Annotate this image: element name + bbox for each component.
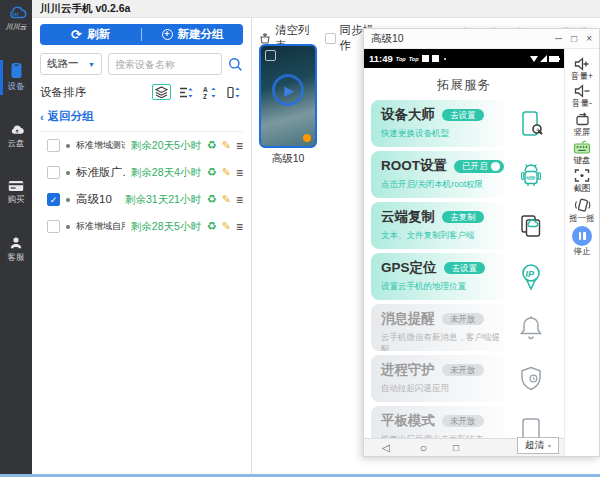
toggle-knob [491,162,500,171]
more-menu-icon[interactable]: ≡ [236,139,243,153]
nav-home-icon[interactable]: ○ [420,441,427,455]
go-settings-button[interactable]: 去设置 [444,262,486,275]
sync-checkbox[interactable] [325,33,336,44]
root-toggle[interactable]: 已开启 [454,160,504,173]
service-desc: 点击开启/关闭本机root权限 [381,179,505,191]
nav-recents-icon[interactable]: □ [453,442,459,453]
refresh-button[interactable]: ⟳ 刷新 [40,27,141,42]
device-panel: ⟳ 刷新 + 新建分组 线路一 ▼ 设备排序 [32,18,252,474]
minimize-icon[interactable]: ─ [555,34,562,44]
refresh-label: 刷新 [87,27,110,42]
thumbnail-label: 高级10 [259,152,317,166]
clear-list-icon [259,32,271,44]
screenshot-button[interactable]: 截图 [574,168,591,193]
screenshot-icon [574,168,590,183]
volume-up-button[interactable]: 音量+ [571,57,593,81]
service-card-cloud-copy[interactable]: 云端复制 去复制 文本、文件复制到客户端 [371,202,557,249]
go-settings-button[interactable]: 去设置 [442,109,484,122]
status-dot [303,134,311,142]
more-menu-icon[interactable]: ≡ [236,220,243,234]
device-checkbox[interactable] [47,220,60,233]
notification-badge: Top [409,56,419,62]
service-card-device-master[interactable]: 设备大师 去设置 快速更换设备机型 [371,100,557,147]
more-menu-icon[interactable]: ≡ [236,193,243,207]
maximize-icon[interactable]: □ [571,34,577,44]
sort-numeric-icon[interactable] [224,84,243,100]
sort-alpha-icon[interactable]: AZ [200,84,219,100]
renew-icon[interactable]: ♻ [207,220,217,233]
chevron-left-icon: ‹ [40,111,44,123]
edit-icon[interactable]: ✎ [222,220,231,233]
renew-icon[interactable]: ♻ [207,166,217,179]
sort-label: 设备排序 [40,85,86,100]
rotate-screen-button[interactable]: 竖屏 [574,112,591,137]
wifi-icon [530,56,538,62]
device-row[interactable]: ✓ 高级10 剩余31天21小时 ♻✎≡ [40,186,243,213]
play-icon[interactable]: ▶ [272,74,304,106]
plus-icon: + [162,29,173,40]
more-menu-icon[interactable]: ≡ [236,166,243,180]
service-card-tablet-mode[interactable]: 平板模式 未开放 恢复出厂后需点击更新状态 [371,406,557,438]
device-remaining: 剩余20天5小时 [131,139,201,153]
refresh-icon: ⟳ [71,28,82,41]
device-name: 标准增域测试 [76,139,125,152]
search-icon[interactable] [228,57,243,72]
device-name: 标准增域自用 [76,220,125,233]
sidebar-item-cloud-disk[interactable]: 云盘 [0,117,32,156]
svg-text:IP: IP [526,268,536,278]
sort-list-icon[interactable] [176,84,195,100]
service-title: 平板模式 [381,412,435,430]
service-card-message-alert[interactable]: 消息提醒 未开放 云手机微信有新消息，客户端提醒 [371,304,557,351]
sidebar-item-devices[interactable]: 设备 [0,56,32,99]
toolbar-blue-bar: ⟳ 刷新 + 新建分组 [40,24,243,45]
go-copy-button[interactable]: 去复制 [442,211,484,224]
app-logo: 川川云 [0,0,32,38]
bell-icon [505,304,557,351]
search-input[interactable] [109,59,221,70]
edit-icon[interactable]: ✎ [222,139,231,152]
thumbnail-checkbox[interactable] [265,50,276,61]
device-row[interactable]: 标准版广… 剩余28天4小时 ♻✎≡ [40,159,243,186]
stop-button[interactable]: 停止 [572,226,592,256]
service-card-gps[interactable]: GPS定位 去设置 设置云手机的地理位置 IP [371,253,557,300]
line-select[interactable]: 线路一 ▼ [40,53,102,75]
phone-toolbar: 音量+ 音量- 竖屏 [565,49,599,456]
device-name: 高级10 [76,192,119,207]
phone-window-title: 高级10 [371,32,404,46]
sidebar-item-buy[interactable]: 购买 [0,174,32,212]
device-checkbox[interactable]: ✓ [47,193,60,206]
android-root-icon: ROOT [505,151,557,198]
renew-icon[interactable]: ♻ [207,193,217,206]
battery-icon [549,56,559,62]
app-titlebar: 川川云手机 v0.2.6a [32,0,600,18]
service-card-root[interactable]: ROOT设置 已开启 点击开启/关闭本机root权限 ROOT [371,151,557,198]
new-group-button[interactable]: + 新建分组 [142,27,243,42]
keyboard-button[interactable]: 键盘 [573,140,591,165]
svg-text:Z: Z [203,92,207,99]
service-card-process-guard[interactable]: 进程守护 未开放 自动拉起闪退应用 [371,355,557,402]
phone-window-titlebar[interactable]: 高级10 ─ □ × [364,29,599,49]
status-dot [66,171,70,175]
device-row[interactable]: 标准增域自用 剩余28天5小时 ♻✎≡ [40,213,243,240]
device-checkbox[interactable] [47,139,60,152]
volume-down-button[interactable]: 音量- [572,84,592,108]
close-icon[interactable]: × [586,34,592,44]
nav-back-icon[interactable]: ◁ [382,442,390,453]
device-checkbox[interactable] [47,166,60,179]
status-dot [66,144,70,148]
device-thumbnail[interactable]: ▶ [259,44,317,148]
edit-icon[interactable]: ✎ [222,166,231,179]
notification-icon [432,55,439,62]
edit-icon[interactable]: ✎ [222,193,231,206]
sidebar-item-support[interactable]: 客服 [0,230,32,270]
phone-wrench-icon [505,100,557,147]
service-title: 云端复制 [381,208,435,226]
back-to-groups-link[interactable]: ‹ 返回分组 [40,109,243,124]
service-desc: 设置云手机的地理位置 [381,281,505,293]
sort-layers-icon[interactable] [152,84,171,100]
device-row[interactable]: 标准增域测试 剩余20天5小时 ♻✎≡ [40,132,243,159]
line-select-value: 线路一 [47,57,79,71]
renew-icon[interactable]: ♻ [207,139,217,152]
quality-select[interactable]: 超清 ▾ [517,437,559,454]
shake-button[interactable]: 摇一摇 [569,197,595,223]
